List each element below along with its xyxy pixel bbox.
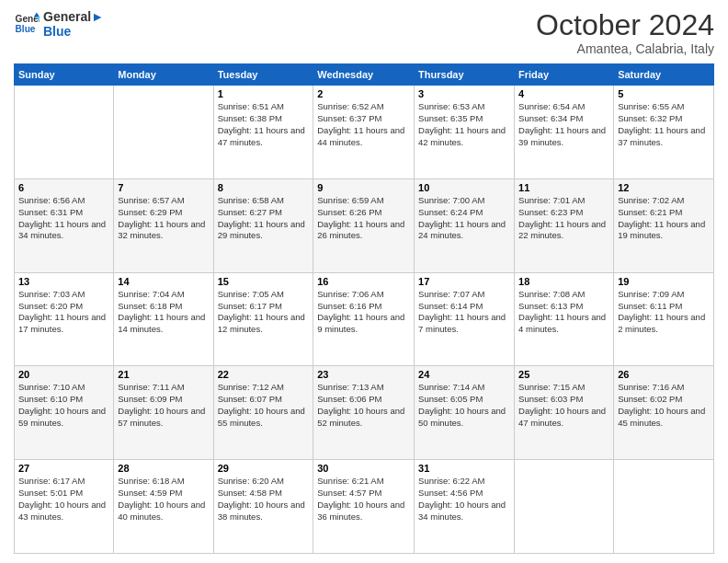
calendar-cell: 18Sunrise: 7:08 AMSunset: 6:13 PMDayligh… [515,272,614,366]
calendar-cell: 13Sunrise: 7:03 AMSunset: 6:20 PMDayligh… [15,272,114,366]
calendar-cell: 9Sunrise: 6:59 AMSunset: 6:26 PMDaylight… [313,178,415,272]
day-number: 28 [118,463,209,474]
day-number: 14 [118,276,209,287]
day-number: 31 [418,463,510,474]
day-info: Sunrise: 6:56 AMSunset: 6:31 PMDaylight:… [18,195,109,242]
logo-text: General► Blue [43,9,104,39]
calendar-cell [614,460,714,554]
calendar-cell: 21Sunrise: 7:11 AMSunset: 6:09 PMDayligh… [114,366,213,460]
calendar-cell: 12Sunrise: 7:02 AMSunset: 6:21 PMDayligh… [614,178,714,272]
calendar-cell: 3Sunrise: 6:53 AMSunset: 6:35 PMDaylight… [415,86,515,179]
day-info: Sunrise: 6:54 AMSunset: 6:34 PMDaylight:… [518,101,609,148]
day-number: 16 [317,276,410,287]
calendar-cell: 1Sunrise: 6:51 AMSunset: 6:38 PMDaylight… [213,86,313,179]
calendar-cell: 20Sunrise: 7:10 AMSunset: 6:10 PMDayligh… [15,366,114,460]
calendar-cell: 16Sunrise: 7:06 AMSunset: 6:16 PMDayligh… [313,272,415,366]
day-number: 17 [418,276,510,287]
calendar-cell: 24Sunrise: 7:14 AMSunset: 6:05 PMDayligh… [415,366,515,460]
svg-text:Blue: Blue [16,24,36,34]
calendar-cell: 26Sunrise: 7:16 AMSunset: 6:02 PMDayligh… [614,366,714,460]
logo-icon: General Blue [14,11,40,37]
day-info: Sunrise: 6:51 AMSunset: 6:38 PMDaylight:… [218,101,310,148]
calendar-cell [15,86,114,179]
calendar-cell: 22Sunrise: 7:12 AMSunset: 6:07 PMDayligh… [213,366,313,460]
weekday-header: Sunday [15,64,114,86]
day-info: Sunrise: 7:11 AMSunset: 6:09 PMDaylight:… [118,382,209,429]
calendar-cell: 5Sunrise: 6:55 AMSunset: 6:32 PMDaylight… [614,86,714,179]
month-title: October 2024 [536,9,714,41]
day-info: Sunrise: 6:22 AMSunset: 4:56 PMDaylight:… [418,476,510,523]
day-number: 27 [18,463,109,474]
day-number: 22 [218,369,310,380]
day-info: Sunrise: 6:18 AMSunset: 4:59 PMDaylight:… [118,476,209,523]
day-info: Sunrise: 7:05 AMSunset: 6:17 PMDaylight:… [218,289,310,336]
day-number: 21 [118,369,209,380]
day-number: 9 [317,182,410,193]
day-info: Sunrise: 7:09 AMSunset: 6:11 PMDaylight:… [618,289,710,336]
day-info: Sunrise: 7:03 AMSunset: 6:20 PMDaylight:… [18,289,109,336]
calendar-cell: 30Sunrise: 6:21 AMSunset: 4:57 PMDayligh… [313,460,415,554]
calendar-cell: 7Sunrise: 6:57 AMSunset: 6:29 PMDaylight… [114,178,213,272]
day-info: Sunrise: 6:53 AMSunset: 6:35 PMDaylight:… [418,101,510,148]
day-info: Sunrise: 7:14 AMSunset: 6:05 PMDaylight:… [418,382,510,429]
day-info: Sunrise: 7:15 AMSunset: 6:03 PMDaylight:… [518,382,609,429]
weekday-header: Tuesday [213,64,313,86]
day-number: 4 [518,88,609,99]
logo: General Blue General► Blue [14,9,104,39]
calendar-cell [114,86,213,179]
title-section: October 2024 Amantea, Calabria, Italy [536,9,714,56]
day-number: 10 [418,182,510,193]
calendar-week-row: 6Sunrise: 6:56 AMSunset: 6:31 PMDaylight… [15,178,714,272]
calendar-week-row: 27Sunrise: 6:17 AMSunset: 5:01 PMDayligh… [15,460,714,554]
day-info: Sunrise: 6:20 AMSunset: 4:58 PMDaylight:… [218,476,310,523]
calendar-cell: 19Sunrise: 7:09 AMSunset: 6:11 PMDayligh… [614,272,714,366]
day-number: 7 [118,182,209,193]
calendar-week-row: 20Sunrise: 7:10 AMSunset: 6:10 PMDayligh… [15,366,714,460]
day-info: Sunrise: 7:12 AMSunset: 6:07 PMDaylight:… [218,382,310,429]
day-number: 25 [518,369,609,380]
weekday-header: Thursday [415,64,515,86]
day-info: Sunrise: 7:13 AMSunset: 6:06 PMDaylight:… [317,382,410,429]
day-number: 1 [218,88,310,99]
day-info: Sunrise: 6:57 AMSunset: 6:29 PMDaylight:… [118,195,209,242]
day-info: Sunrise: 7:00 AMSunset: 6:24 PMDaylight:… [418,195,510,242]
calendar-cell: 29Sunrise: 6:20 AMSunset: 4:58 PMDayligh… [213,460,313,554]
header: General Blue General► Blue October 2024 … [14,9,714,56]
day-number: 29 [218,463,310,474]
day-number: 20 [18,369,109,380]
day-number: 12 [618,182,710,193]
calendar-cell: 15Sunrise: 7:05 AMSunset: 6:17 PMDayligh… [213,272,313,366]
day-info: Sunrise: 6:59 AMSunset: 6:26 PMDaylight:… [317,195,410,242]
day-number: 24 [418,369,510,380]
day-info: Sunrise: 7:10 AMSunset: 6:10 PMDaylight:… [18,382,109,429]
day-info: Sunrise: 7:07 AMSunset: 6:14 PMDaylight:… [418,289,510,336]
calendar-cell: 28Sunrise: 6:18 AMSunset: 4:59 PMDayligh… [114,460,213,554]
weekday-header: Saturday [614,64,714,86]
calendar-cell: 11Sunrise: 7:01 AMSunset: 6:23 PMDayligh… [515,178,614,272]
day-info: Sunrise: 6:52 AMSunset: 6:37 PMDaylight:… [317,101,410,148]
day-number: 23 [317,369,410,380]
day-info: Sunrise: 7:08 AMSunset: 6:13 PMDaylight:… [518,289,609,336]
calendar-cell: 6Sunrise: 6:56 AMSunset: 6:31 PMDaylight… [15,178,114,272]
day-number: 8 [218,182,310,193]
day-info: Sunrise: 7:16 AMSunset: 6:02 PMDaylight:… [618,382,710,429]
day-number: 26 [618,369,710,380]
day-info: Sunrise: 7:06 AMSunset: 6:16 PMDaylight:… [317,289,410,336]
day-number: 6 [18,182,109,193]
day-number: 30 [317,463,410,474]
calendar-cell: 23Sunrise: 7:13 AMSunset: 6:06 PMDayligh… [313,366,415,460]
day-info: Sunrise: 7:04 AMSunset: 6:18 PMDaylight:… [118,289,209,336]
weekday-header: Monday [114,64,213,86]
day-number: 15 [218,276,310,287]
calendar-table: SundayMondayTuesdayWednesdayThursdayFrid… [14,63,714,554]
calendar-page: General Blue General► Blue October 2024 … [0,0,728,563]
day-info: Sunrise: 7:01 AMSunset: 6:23 PMDaylight:… [518,195,609,242]
calendar-cell [515,460,614,554]
calendar-cell: 31Sunrise: 6:22 AMSunset: 4:56 PMDayligh… [415,460,515,554]
day-number: 5 [618,88,710,99]
day-info: Sunrise: 6:21 AMSunset: 4:57 PMDaylight:… [317,476,410,523]
day-info: Sunrise: 6:58 AMSunset: 6:27 PMDaylight:… [218,195,310,242]
day-number: 18 [518,276,609,287]
weekday-header: Friday [515,64,614,86]
calendar-cell: 8Sunrise: 6:58 AMSunset: 6:27 PMDaylight… [213,178,313,272]
